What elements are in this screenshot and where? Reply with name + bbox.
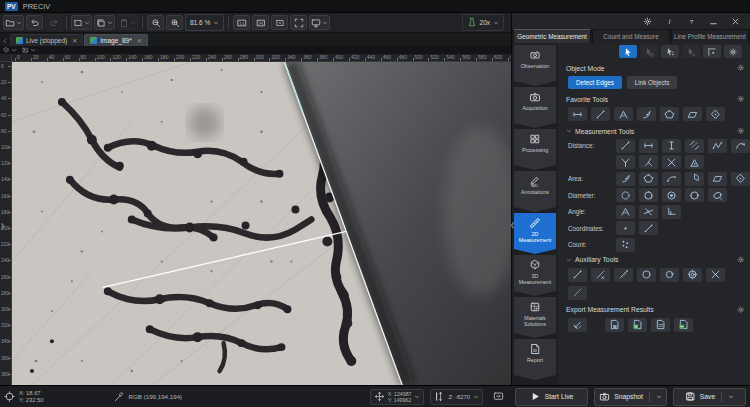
- section-gear-icon[interactable]: [737, 95, 745, 103]
- measure-tool-arc-radius[interactable]: [616, 172, 635, 186]
- export-file-csv-button[interactable]: [674, 318, 693, 332]
- zoom-out-button[interactable]: [147, 15, 164, 30]
- settings-button[interactable]: [643, 17, 652, 26]
- measure-tool-angle-3pt[interactable]: [616, 205, 635, 219]
- measure-tool-count-dots[interactable]: [616, 238, 635, 252]
- sidebar-item-3d-measurement[interactable]: 3D Measurement: [514, 255, 556, 296]
- redo-button[interactable]: [45, 15, 62, 30]
- measure-tool-polyline[interactable]: [708, 139, 727, 153]
- fit-screen-button[interactable]: [252, 15, 269, 30]
- favorite-tool-angle-3pt[interactable]: [614, 107, 633, 121]
- stage-z-control[interactable]: Z: -8270: [430, 389, 483, 405]
- sidebar-item-acquisition[interactable]: Acquisition: [514, 87, 556, 128]
- document-tab[interactable]: Image_89*✕: [84, 34, 147, 46]
- sidebar-item-processing[interactable]: Processing: [514, 129, 556, 170]
- tab-close-icon[interactable]: ✕: [72, 37, 77, 44]
- section-gear-icon[interactable]: [737, 127, 745, 135]
- tab-scroll-left[interactable]: [1, 35, 9, 46]
- favorite-tool-arc-radius[interactable]: [637, 107, 656, 121]
- zoom-in-button[interactable]: [166, 15, 183, 30]
- section-gear-icon[interactable]: [737, 64, 745, 72]
- auxiliary-tool-cross-x[interactable]: [706, 268, 725, 282]
- sidebar-item-observation[interactable]: Observation: [514, 45, 556, 86]
- sidebar-item-annotations[interactable]: ABCAnnotations: [514, 171, 556, 212]
- zoom-level-dropdown[interactable]: 81.6 %: [185, 14, 224, 31]
- undo-button[interactable]: [26, 15, 43, 30]
- actual-size-button[interactable]: 1:1: [233, 15, 250, 30]
- measure-tool-circle-dashed[interactable]: [616, 188, 635, 202]
- start-live-button[interactable]: Start Live: [515, 388, 588, 406]
- export-file-plain-button[interactable]: [651, 318, 670, 332]
- zoom-region-button[interactable]: [271, 15, 288, 30]
- measure-tool-cross-x[interactable]: [662, 155, 681, 169]
- tool-gear-button[interactable]: [724, 45, 742, 58]
- favorite-tool-diamond-point[interactable]: [706, 107, 725, 121]
- measure-tool-ellipse-draw[interactable]: [708, 188, 727, 202]
- sidebar-item-materials-solutions[interactable]: Materials Solutions: [514, 297, 556, 338]
- detect-edges-button[interactable]: Detect Edges: [568, 76, 622, 89]
- sidebar-item-report[interactable]: Report: [514, 339, 556, 380]
- measure-tool-diamond-point[interactable]: [731, 172, 750, 186]
- measure-tool-circle-concentric[interactable]: [662, 188, 681, 202]
- help-button[interactable]: ?: [687, 17, 696, 26]
- auxiliary-tool-line-diagonal[interactable]: [568, 268, 587, 282]
- display-button[interactable]: [309, 15, 330, 30]
- link-objects-button[interactable]: Link Objects: [627, 76, 678, 89]
- auxiliary-tool-circle-rotate[interactable]: [660, 268, 679, 282]
- close-button[interactable]: [731, 17, 740, 26]
- stage-xy-control[interactable]: X: 124987 Y: 149962: [370, 389, 425, 405]
- chevron-down-icon[interactable]: [473, 394, 479, 400]
- favorite-tool-polygon-vertices[interactable]: [660, 107, 679, 121]
- panel-tab[interactable]: Line Profile Measurement: [671, 29, 749, 43]
- tab-close-icon[interactable]: ✕: [137, 37, 142, 44]
- copy-button[interactable]: [94, 15, 115, 30]
- chevron-down-icon[interactable]: [414, 394, 420, 400]
- paste-button[interactable]: [117, 15, 138, 30]
- panel-tab[interactable]: Count and Measure: [592, 29, 670, 43]
- corner-tool-button[interactable]: [703, 45, 721, 58]
- auxiliary-tool-target[interactable]: [683, 268, 702, 282]
- measure-tool-angle-4pt[interactable]: [639, 205, 658, 219]
- measure-tool-sector[interactable]: [685, 172, 704, 186]
- measure-tool-line-diagonal[interactable]: [639, 221, 658, 235]
- measure-tool-line-horizontal[interactable]: [639, 139, 658, 153]
- image-stage[interactable]: [12, 62, 511, 385]
- favorite-tool-rect-perspective[interactable]: [683, 107, 702, 121]
- export-tool-draw-settings[interactable]: [568, 318, 587, 332]
- send-to-display-button[interactable]: [489, 389, 507, 405]
- auxiliary-tool-line-x[interactable]: [591, 268, 610, 282]
- section-gear-icon[interactable]: [737, 256, 745, 264]
- select-rect-button[interactable]: [71, 15, 92, 30]
- favorite-tool-line-diagonal[interactable]: [591, 107, 610, 121]
- measure-tool-circle-3pt[interactable]: [639, 188, 658, 202]
- cursor-delete-button[interactable]: [682, 45, 700, 58]
- document-tab[interactable]: Live (stopped)✕: [10, 34, 83, 46]
- auxiliary-tool-thin-line[interactable]: [568, 286, 587, 300]
- measure-tool-parallel-measure[interactable]: [685, 139, 704, 153]
- info-button[interactable]: i: [665, 17, 674, 26]
- measure-tool-curve-arrow[interactable]: [731, 139, 750, 153]
- auxiliary-tool-ruler-line[interactable]: [614, 268, 633, 282]
- export-file-save-button[interactable]: [605, 318, 624, 332]
- auxiliary-tool-circle-outline[interactable]: [637, 268, 656, 282]
- sidebar-item-2d-measurement[interactable]: 2D Measurement: [514, 213, 556, 254]
- gallery-overlay-button[interactable]: [21, 47, 37, 54]
- panel-tab[interactable]: Geometric Measurement: [513, 29, 591, 43]
- section-gear-icon[interactable]: [737, 306, 745, 314]
- cursor-select-button[interactable]: [619, 45, 637, 58]
- ruler-collapse-handle[interactable]: ❯: [0, 222, 5, 229]
- export-file-excel-button[interactable]: [628, 318, 647, 332]
- layers-overlay-button[interactable]: [2, 47, 18, 54]
- measure-tool-circle-2pt[interactable]: [685, 188, 704, 202]
- measure-tool-split-arrow[interactable]: [639, 155, 658, 169]
- measure-tool-polygon-vertices[interactable]: [639, 172, 658, 186]
- measure-tool-perpendicular[interactable]: [662, 205, 681, 219]
- snapshot-button[interactable]: Snapshot: [594, 388, 667, 406]
- measure-tool-triangle-point[interactable]: [685, 155, 704, 169]
- measure-tool-split-y[interactable]: [616, 155, 635, 169]
- collapse-chevron-icon[interactable]: [566, 257, 572, 263]
- measure-tool-line-diagonal[interactable]: [616, 139, 635, 153]
- measure-tool-line-vertical[interactable]: [662, 139, 681, 153]
- full-frame-button[interactable]: [290, 15, 307, 30]
- measure-tool-arc-open[interactable]: [662, 172, 681, 186]
